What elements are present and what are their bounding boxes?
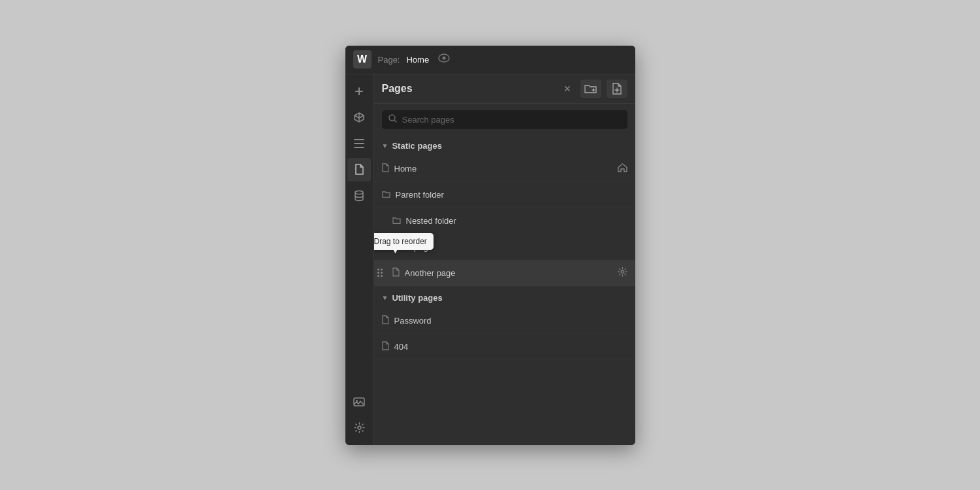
add-icon-btn[interactable] [347, 80, 371, 103]
top-bar: W Page: Home [345, 46, 635, 74]
list-item[interactable]: A page [374, 234, 635, 260]
page-item-label: Password [394, 316, 627, 326]
pages-list: ▼ Static pages Home [374, 136, 635, 445]
search-icon [388, 114, 397, 125]
list-item[interactable]: Drag to reorder [374, 260, 635, 286]
section-header-static[interactable]: ▼ Static pages [374, 136, 635, 156]
main-layout: Pages ✕ [345, 74, 635, 445]
image-icon-btn[interactable] [347, 390, 371, 414]
svg-rect-8 [354, 398, 364, 406]
page-name: Home [406, 55, 429, 65]
list-item[interactable]: Home [374, 156, 635, 182]
list-item[interactable]: 404 [374, 334, 635, 360]
page-item-label: A page [407, 242, 627, 252]
home-icon [618, 163, 627, 174]
page-file-icon [392, 268, 400, 279]
panel-title: Pages [382, 83, 554, 95]
chevron-static: ▼ [382, 142, 388, 149]
page-item-label: Parent folder [396, 190, 627, 200]
menu-icon-btn[interactable] [347, 132, 371, 155]
pages-panel: Pages ✕ [374, 74, 635, 445]
page-item-label: Nested folder [406, 216, 627, 226]
settings-icon-btn[interactable] [347, 416, 371, 440]
panel-header: Pages ✕ [374, 74, 635, 104]
svg-point-7 [355, 191, 363, 194]
page-file-icon [382, 315, 389, 326]
new-folder-button[interactable] [580, 80, 601, 98]
section-header-utility[interactable]: ▼ Utility pages [374, 288, 635, 308]
page-item-label: 404 [394, 342, 627, 352]
page-icon-btn[interactable] [347, 158, 371, 181]
new-page-button[interactable] [607, 80, 627, 98]
search-input[interactable] [402, 110, 621, 129]
page-file-icon [382, 341, 389, 352]
section-label-utility: Utility pages [392, 293, 442, 303]
svg-rect-6 [354, 147, 364, 148]
svg-rect-3 [355, 91, 363, 92]
list-item[interactable]: Parent folder [374, 182, 635, 208]
page-item-label: Another page [405, 268, 618, 278]
svg-point-1 [443, 57, 446, 60]
page-file-icon [382, 163, 389, 174]
list-item[interactable]: Nested folder [374, 208, 635, 234]
section-label-static: Static pages [392, 141, 442, 151]
list-item[interactable]: Password [374, 308, 635, 334]
svg-rect-5 [354, 143, 364, 144]
w-logo: W [353, 50, 371, 69]
page-label: Page: [378, 55, 400, 65]
panel-close-button[interactable]: ✕ [560, 82, 575, 95]
svg-point-11 [389, 115, 395, 121]
search-bar [374, 104, 635, 136]
chevron-utility: ▼ [382, 294, 388, 301]
page-item-label: Home [394, 164, 618, 174]
app-window: W Page: Home [345, 46, 635, 445]
folder-icon [382, 190, 390, 200]
drag-handle[interactable] [375, 266, 385, 280]
folder-icon [392, 216, 401, 226]
svg-point-10 [358, 426, 361, 429]
svg-rect-4 [354, 139, 364, 140]
cube-icon-btn[interactable] [347, 106, 371, 129]
database-icon-btn[interactable] [347, 184, 371, 207]
search-input-wrap [382, 110, 627, 129]
eye-icon[interactable] [438, 54, 450, 65]
sidebar-icons [345, 74, 374, 445]
svg-point-12 [621, 270, 624, 273]
gear-icon[interactable] [618, 267, 627, 279]
